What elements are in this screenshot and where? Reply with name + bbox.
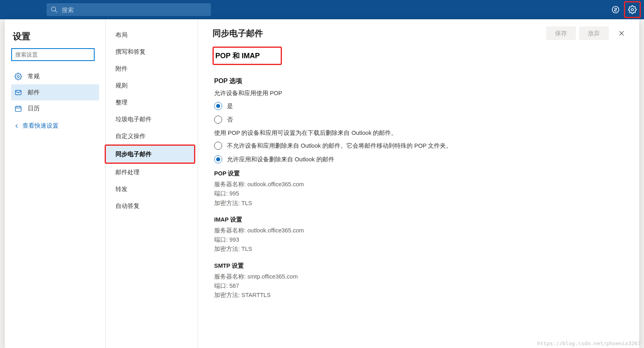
svg-point-3 xyxy=(631,8,634,11)
skype-icon[interactable] xyxy=(607,1,624,18)
search-icon xyxy=(51,6,58,13)
topbar xyxy=(0,0,644,19)
settings-gear-button[interactable] xyxy=(624,1,641,18)
global-search-input[interactable] xyxy=(62,6,207,13)
gear-icon xyxy=(628,5,637,14)
svg-point-0 xyxy=(51,7,56,11)
global-search[interactable] xyxy=(47,3,211,16)
svg-line-1 xyxy=(55,10,57,12)
